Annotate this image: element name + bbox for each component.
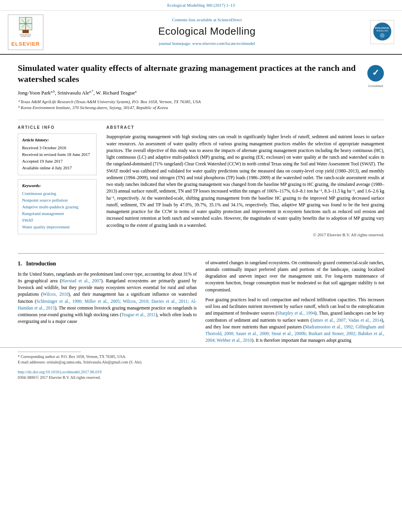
- received-date: Received 3 October 2016: [22, 145, 92, 151]
- svg-text:MODELLING: MODELLING: [21, 35, 30, 37]
- section-title: Introduction: [26, 261, 56, 267]
- ref-sharpley-1994[interactable]: Sharpley et al., 1994: [277, 311, 315, 315]
- svg-rect-5: [22, 30, 29, 33]
- article-header: Simulated water quality effects of alter…: [18, 63, 384, 114]
- intro-right-paragraph-2: Poor grazing practices lead to soil comp…: [205, 297, 384, 344]
- article-title: Simulated water quality effects of alter…: [18, 63, 359, 85]
- issn-copyright: 0304-3800/© 2017 Elsevier B.V. All right…: [18, 375, 384, 381]
- elsevier-name-text: ELSEVIER: [10, 41, 41, 48]
- svg-point-11: [380, 33, 385, 38]
- accepted-date: Accepted 19 June 2017: [22, 158, 92, 165]
- ref-teague-2011[interactable]: Teague et al., 2011: [121, 312, 156, 317]
- article-title-block: Simulated water quality effects of alter…: [18, 63, 359, 114]
- sciencedirect-link[interactable]: ScienceDirect: [218, 17, 242, 22]
- journal-header: ECOLOGICAL MODELLING ELSEVIER Contents l…: [0, 11, 402, 55]
- elsevier-logo: ECOLOGICAL MODELLING ELSEVIER: [8, 15, 43, 50]
- abstract-label: ABSTRACT: [106, 125, 384, 131]
- ref-schlesinger[interactable]: Schlesinger et al., 1990; Miller et al.,…: [18, 299, 197, 310]
- author-names: Jong-Yoon Parka,b, Srinivasulu Alea,*, W…: [18, 90, 136, 96]
- authors-line: Jong-Yoon Parka,b, Srinivasulu Alea,*, W…: [18, 89, 359, 97]
- left-column: ARTICLE INFO Article history: Received 3…: [18, 125, 97, 238]
- right-column: ABSTRACT Inappropriate grazing managemen…: [106, 125, 384, 238]
- article-info-abstract-section: ARTICLE INFO Article history: Received 3…: [18, 120, 384, 238]
- email-note: E-mail addresses: sriniale@ag.tamu.edu, …: [18, 360, 384, 365]
- abstract-text: Inappropriate grazing management with hi…: [106, 133, 384, 229]
- keyword-4: Rangeland management: [22, 211, 92, 217]
- keyword-6: Water quality improvement: [22, 224, 92, 230]
- section-divider: [18, 253, 384, 254]
- journal-title: Ecological Modelling: [43, 24, 370, 39]
- intro-left-paragraph: In the United States, rangelands are the…: [18, 271, 197, 325]
- intro-heading: 1. Introduction: [18, 260, 197, 268]
- affiliation-a: ᵃ Texas A&M AgriLife Research (Texas A&M…: [18, 99, 359, 105]
- journal-citation-bar: Ecological Modelling 360 (2017) 1–13: [0, 0, 402, 11]
- intro-right-paragraph-1: of unwanted changes in rangeland ecosyst…: [205, 260, 384, 293]
- ref-havstad[interactable]: Havstad et al., 2007: [61, 278, 101, 283]
- doi-section: http://dx.doi.org/10.1016/j.ecolmodel.20…: [0, 367, 402, 383]
- available-date: Available online 4 July 2017: [22, 165, 92, 171]
- keyword-2: Nonpoint source pollution: [22, 197, 92, 204]
- journal-center: Contents lists available at ScienceDirec…: [43, 17, 370, 48]
- journal-homepage-text: journal homepage: www.elsevier.com/locat…: [43, 41, 370, 47]
- contents-available-text: Contents lists available at ScienceDirec…: [43, 17, 370, 23]
- body-left-col: 1. Introduction In the United States, ra…: [18, 260, 197, 347]
- affiliations: ᵃ Texas A&M AgriLife Research (Texas A&M…: [18, 99, 359, 111]
- ref-wilcox-2010[interactable]: Wilcox, 2010: [43, 292, 68, 297]
- keyword-1: Continuous grazing: [22, 191, 92, 197]
- history-title: Article history:: [22, 137, 92, 143]
- corresponding-author-note: * Corresponding author at: P.O. Box 1658…: [18, 354, 384, 360]
- elsevier-tree-icon: ECOLOGICAL MODELLING: [10, 17, 41, 39]
- keyword-3: Adaptive multi-paddock grazing: [22, 204, 92, 210]
- article-content: Simulated water quality effects of alter…: [0, 55, 402, 246]
- footnote-section: * Corresponding author at: P.O. Box 1658…: [0, 347, 402, 367]
- journal-homepage-url[interactable]: www.elsevier.com/locate/ecolmodel: [192, 41, 255, 46]
- svg-text:ECOLOGICAL: ECOLOGICAL: [375, 27, 390, 29]
- article-info-label: ARTICLE INFO: [18, 125, 97, 131]
- ref-madramootoo[interactable]: Madramootoo et al., 1992; Gillingham and…: [205, 324, 384, 343]
- article-history-box: Article history: Received 3 October 2016…: [18, 133, 97, 175]
- svg-text:MODELLING: MODELLING: [376, 30, 388, 32]
- revised-date: Received in revised form 18 June 2017: [22, 152, 92, 158]
- body-right-col: of unwanted changes in rangeland ecosyst…: [205, 260, 384, 347]
- crossmark-badge: ✓ CrossMark: [367, 65, 384, 89]
- svg-text:✓: ✓: [372, 68, 379, 78]
- eco-mod-logo: ECOLOGICAL MODELLING: [370, 20, 394, 44]
- body-section: 1. Introduction In the United States, ra…: [0, 260, 402, 347]
- keyword-5: SWAT: [22, 217, 92, 224]
- copyright-line: © 2017 Elsevier B.V. All rights reserved…: [106, 232, 384, 238]
- affiliation-b: ᵇ Korea Environment Institute, 370 Siche…: [18, 105, 359, 111]
- page: Ecological Modelling 360 (2017) 1–13: [0, 0, 402, 532]
- keywords-box: Keywords: Continuous grazing Nonpoint so…: [18, 179, 97, 234]
- footnote-divider-line: [18, 352, 81, 352]
- section-number: 1.: [18, 261, 22, 267]
- keywords-title: Keywords:: [22, 183, 92, 189]
- ref-james-2007[interactable]: James et al., 2007; Vadas et al., 2014: [312, 318, 382, 323]
- journal-citation: Ecological Modelling 360 (2017) 1–13: [167, 3, 235, 7]
- doi-url[interactable]: http://dx.doi.org/10.1016/j.ecolmodel.20…: [18, 369, 384, 375]
